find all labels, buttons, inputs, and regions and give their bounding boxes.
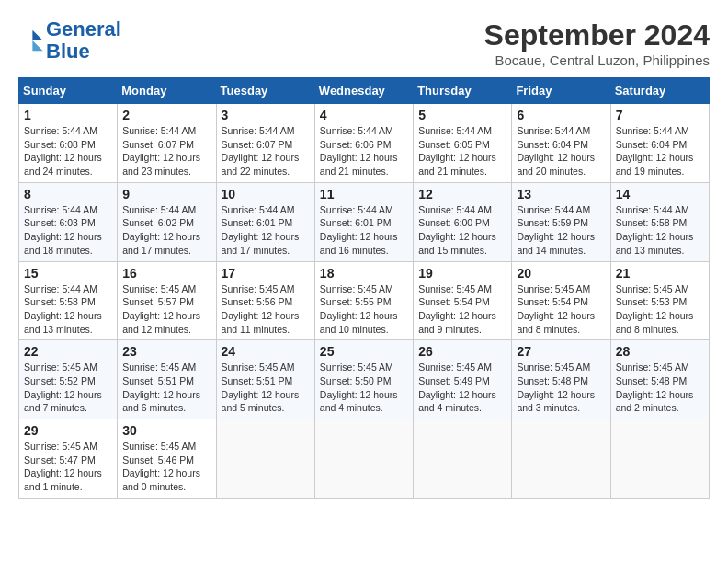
day-number: 13 [517, 187, 605, 201]
day-number: 4 [320, 108, 408, 122]
day-detail: Sunrise: 5:45 AMSunset: 5:56 PMDaylight:… [222, 282, 310, 337]
day-number: 22 [24, 344, 112, 359]
weekday-header-cell: Friday [512, 78, 610, 104]
day-number: 27 [517, 344, 605, 359]
day-number: 3 [222, 108, 310, 122]
calendar-day-cell: 1Sunrise: 5:44 AMSunset: 6:08 PMDaylight… [19, 104, 118, 183]
day-number: 16 [122, 266, 210, 281]
weekday-header-cell: Wednesday [314, 78, 413, 104]
day-number: 26 [418, 344, 506, 359]
calendar-day-cell: 2Sunrise: 5:44 AMSunset: 6:07 PMDaylight… [118, 104, 216, 183]
day-number: 19 [418, 266, 506, 281]
day-number: 8 [24, 187, 112, 201]
calendar-day-cell: 28Sunrise: 5:45 AMSunset: 5:48 PMDayligh… [610, 340, 709, 419]
day-number: 15 [24, 266, 112, 281]
day-detail: Sunrise: 5:45 AMSunset: 5:57 PMDaylight:… [122, 282, 210, 337]
calendar-day-cell: 8Sunrise: 5:44 AMSunset: 6:03 PMDaylight… [19, 182, 118, 261]
day-detail: Sunrise: 5:45 AMSunset: 5:54 PMDaylight:… [517, 282, 605, 337]
month-title: September 2024 [484, 18, 710, 52]
day-detail: Sunrise: 5:44 AMSunset: 6:06 PMDaylight:… [320, 124, 408, 178]
logo: General Blue [18, 18, 121, 63]
calendar-day-cell: 29Sunrise: 5:45 AMSunset: 5:47 PMDayligh… [19, 419, 118, 499]
calendar-day-cell [314, 419, 413, 499]
calendar-day-cell: 15Sunrise: 5:44 AMSunset: 5:58 PMDayligh… [19, 261, 118, 340]
calendar-week-row: 1Sunrise: 5:44 AMSunset: 6:08 PMDaylight… [19, 104, 710, 183]
day-detail: Sunrise: 5:45 AMSunset: 5:52 PMDaylight:… [24, 361, 112, 415]
day-detail: Sunrise: 5:44 AMSunset: 6:04 PMDaylight:… [517, 124, 605, 178]
calendar-day-cell [414, 419, 512, 499]
day-detail: Sunrise: 5:45 AMSunset: 5:51 PMDaylight:… [122, 361, 210, 415]
day-detail: Sunrise: 5:45 AMSunset: 5:55 PMDaylight:… [320, 282, 408, 337]
day-detail: Sunrise: 5:44 AMSunset: 5:58 PMDaylight:… [24, 282, 112, 337]
day-number: 21 [616, 266, 704, 281]
svg-marker-1 [32, 40, 42, 51]
calendar-day-cell: 11Sunrise: 5:44 AMSunset: 6:01 PMDayligh… [314, 182, 413, 261]
day-detail: Sunrise: 5:44 AMSunset: 6:04 PMDaylight:… [616, 124, 704, 178]
calendar-day-cell [512, 419, 610, 499]
logo-line1: General [46, 17, 121, 40]
day-number: 20 [517, 266, 605, 281]
weekday-header-cell: Monday [118, 78, 216, 104]
calendar-day-cell: 21Sunrise: 5:45 AMSunset: 5:53 PMDayligh… [610, 261, 709, 340]
day-number: 7 [616, 108, 704, 122]
title-block: September 2024 Bocaue, Central Luzon, Ph… [484, 18, 710, 68]
day-number: 23 [122, 344, 210, 359]
day-detail: Sunrise: 5:45 AMSunset: 5:51 PMDaylight:… [222, 361, 310, 415]
day-number: 24 [222, 344, 310, 359]
calendar-day-cell: 26Sunrise: 5:45 AMSunset: 5:49 PMDayligh… [414, 340, 512, 419]
calendar-day-cell: 6Sunrise: 5:44 AMSunset: 6:04 PMDaylight… [512, 104, 610, 183]
calendar-day-cell: 27Sunrise: 5:45 AMSunset: 5:48 PMDayligh… [512, 340, 610, 419]
calendar-day-cell: 20Sunrise: 5:45 AMSunset: 5:54 PMDayligh… [512, 261, 610, 340]
day-detail: Sunrise: 5:44 AMSunset: 6:08 PMDaylight:… [24, 124, 112, 178]
day-detail: Sunrise: 5:44 AMSunset: 6:07 PMDaylight:… [222, 124, 310, 178]
day-detail: Sunrise: 5:45 AMSunset: 5:49 PMDaylight:… [418, 361, 506, 415]
day-number: 29 [24, 423, 112, 438]
weekday-header-cell: Tuesday [216, 78, 314, 104]
day-detail: Sunrise: 5:44 AMSunset: 6:01 PMDaylight:… [320, 203, 408, 258]
calendar-day-cell: 17Sunrise: 5:45 AMSunset: 5:56 PMDayligh… [216, 261, 314, 340]
calendar-day-cell: 24Sunrise: 5:45 AMSunset: 5:51 PMDayligh… [216, 340, 314, 419]
day-detail: Sunrise: 5:45 AMSunset: 5:48 PMDaylight:… [616, 361, 704, 415]
weekday-header-row: SundayMondayTuesdayWednesdayThursdayFrid… [19, 78, 710, 104]
day-detail: Sunrise: 5:44 AMSunset: 6:02 PMDaylight:… [122, 203, 210, 258]
day-number: 25 [320, 344, 408, 359]
calendar-week-row: 8Sunrise: 5:44 AMSunset: 6:03 PMDaylight… [19, 182, 710, 261]
day-number: 17 [222, 266, 310, 281]
day-number: 11 [320, 187, 408, 201]
day-detail: Sunrise: 5:44 AMSunset: 6:00 PMDaylight:… [418, 203, 506, 258]
calendar-day-cell: 30Sunrise: 5:45 AMSunset: 5:46 PMDayligh… [118, 419, 216, 499]
day-number: 2 [122, 108, 210, 122]
calendar-day-cell: 4Sunrise: 5:44 AMSunset: 6:06 PMDaylight… [314, 104, 413, 183]
logo-icon [18, 28, 44, 53]
calendar-week-row: 22Sunrise: 5:45 AMSunset: 5:52 PMDayligh… [19, 340, 710, 419]
day-detail: Sunrise: 5:45 AMSunset: 5:53 PMDaylight:… [616, 282, 704, 337]
calendar-day-cell: 23Sunrise: 5:45 AMSunset: 5:51 PMDayligh… [118, 340, 216, 419]
calendar-day-cell: 12Sunrise: 5:44 AMSunset: 6:00 PMDayligh… [414, 182, 512, 261]
calendar-day-cell: 13Sunrise: 5:44 AMSunset: 5:59 PMDayligh… [512, 182, 610, 261]
calendar-day-cell: 5Sunrise: 5:44 AMSunset: 6:05 PMDaylight… [414, 104, 512, 183]
calendar-day-cell: 16Sunrise: 5:45 AMSunset: 5:57 PMDayligh… [118, 261, 216, 340]
calendar-body: 1Sunrise: 5:44 AMSunset: 6:08 PMDaylight… [19, 104, 710, 499]
day-detail: Sunrise: 5:44 AMSunset: 5:59 PMDaylight:… [517, 203, 605, 258]
weekday-header-cell: Sunday [19, 78, 118, 104]
day-number: 12 [418, 187, 506, 201]
page-header: General Blue September 2024 Bocaue, Cent… [18, 18, 710, 68]
calendar-week-row: 29Sunrise: 5:45 AMSunset: 5:47 PMDayligh… [19, 419, 710, 499]
calendar-day-cell: 22Sunrise: 5:45 AMSunset: 5:52 PMDayligh… [19, 340, 118, 419]
day-detail: Sunrise: 5:44 AMSunset: 6:01 PMDaylight:… [222, 203, 310, 258]
day-number: 30 [122, 423, 210, 438]
calendar-day-cell: 7Sunrise: 5:44 AMSunset: 6:04 PMDaylight… [610, 104, 709, 183]
logo-text: General Blue [46, 18, 121, 63]
day-number: 10 [222, 187, 310, 201]
calendar-day-cell: 25Sunrise: 5:45 AMSunset: 5:50 PMDayligh… [314, 340, 413, 419]
weekday-header-cell: Saturday [610, 78, 709, 104]
day-detail: Sunrise: 5:44 AMSunset: 6:03 PMDaylight:… [24, 203, 112, 258]
day-number: 6 [517, 108, 605, 122]
svg-marker-0 [32, 30, 42, 40]
day-number: 5 [418, 108, 506, 122]
day-detail: Sunrise: 5:45 AMSunset: 5:46 PMDaylight:… [122, 440, 210, 494]
day-detail: Sunrise: 5:44 AMSunset: 6:07 PMDaylight:… [122, 124, 210, 178]
day-number: 14 [616, 187, 704, 201]
day-detail: Sunrise: 5:45 AMSunset: 5:47 PMDaylight:… [24, 440, 112, 494]
calendar-week-row: 15Sunrise: 5:44 AMSunset: 5:58 PMDayligh… [19, 261, 710, 340]
